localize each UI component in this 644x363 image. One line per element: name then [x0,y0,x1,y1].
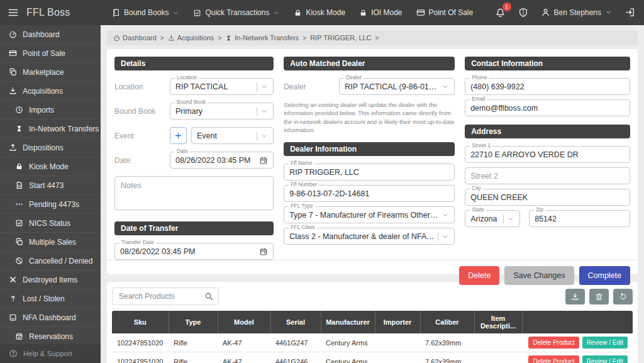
ffl-type-select[interactable]: FFL Type Type 7 - Manufacturer of Firear… [284,206,455,223]
breadcrumb-dashboard[interactable]: Dashboard [113,34,157,42]
sidebar-item-destroyed-items[interactable]: Destroyed Items [0,271,101,289]
sidebar-item-in-network-transfers[interactable]: In-Network Transfers [0,120,101,138]
bound-book-select[interactable]: Bound Book Primary [170,103,274,120]
delete-button[interactable]: Delete [459,266,499,285]
sidebar-item-dashboard[interactable]: Dashboard [0,25,101,44]
sidebar-item-kiosk-mode[interactable]: Kiosk Mode [0,157,101,176]
book-icon [112,9,120,17]
bound-book-row-label: Bound Book [114,107,170,116]
ban-icon [15,257,23,265]
dealer-row-label: Dealer [284,82,339,91]
delete-product-button[interactable]: Delete Product [528,337,579,349]
sidebar-item-imports[interactable]: Imports [0,101,101,120]
complete-button[interactable]: Complete [579,266,631,285]
review-edit-button[interactable]: Review / Edit [582,337,628,349]
hourglass-icon [15,125,23,133]
date-input[interactable]: Date 08/26/2022 03:45 PM [170,152,274,169]
save-changes-button[interactable]: Save Changes [504,266,574,285]
chevron-down-icon [441,211,449,219]
table-row: 102247851020 Rifle AK-47 4461G247 Centur… [112,333,633,352]
transfer-date-input[interactable]: Transfer Date 08/26/2022 03:45 PM [114,243,274,260]
breadcrumb-rip-trigger[interactable]: RIP TRIGGER, LLC [310,34,371,42]
col-serial: Serial [270,311,321,333]
sidebar-item-dispositions[interactable]: Dispositions [0,138,101,157]
nav-item-point-of-sale[interactable]: Point Of Sale [416,8,474,17]
event-select[interactable]: Event [191,127,274,144]
chevron-down-icon [441,233,449,240]
notifications-button[interactable]: 1 [495,7,506,18]
col-actions [522,311,633,333]
refresh-products-button[interactable] [613,289,633,304]
upload-icon [9,143,17,152]
ffl-class-select[interactable]: FFL Class Class 2 - Manufacturer & deale… [284,228,455,245]
sidebar-item-acquisitions[interactable]: Acquisitions [0,82,101,101]
clock-icon [15,106,23,114]
chevron-down-icon [172,9,179,16]
nav-item-ioi-mode[interactable]: IOI Mode [359,8,402,17]
sidebar-item-point-of-sale[interactable]: Point of Sale [0,44,101,63]
download-icon [9,87,17,95]
breadcrumb-separator: > [375,35,379,42]
sidebar-item-lost-stolen[interactable]: Lost / Stolen [0,289,101,308]
help-circle-icon [9,349,18,358]
chevron-down-icon [273,9,280,16]
address-panel-header: Address [465,125,630,138]
user-menu[interactable]: Ben Stephens [541,8,612,17]
calendar-icon[interactable] [259,156,268,165]
checkbox-icon [193,9,201,17]
delete-product-button[interactable]: Delete Product [528,355,579,363]
sidebar-item-cancelled-denied[interactable]: Cancelled / Denied [0,252,101,271]
search-icon [204,292,213,301]
export-products-button[interactable] [565,289,585,304]
chevron-down-icon [441,83,449,91]
search-products-input[interactable] [112,288,219,305]
credit-card-icon [416,8,425,17]
ffl-number-input[interactable]: Ffl Number 9-86-013-07-2D-14681 [284,185,455,202]
notes-textarea[interactable] [114,176,274,210]
sidebar-item-nfa-dashboard[interactable]: NFA Dashboard [0,308,101,327]
sidebar-item-pending-4473s[interactable]: Pending 4473s [0,195,101,214]
breadcrumb-acquisitions[interactable]: Acquisitions [168,34,214,42]
dealer-select[interactable]: Dealer RIP TACTICAL (9-86-013-07-2D-146.… [339,78,455,95]
add-event-button[interactable] [170,127,187,144]
calendar-icon[interactable] [259,247,268,256]
street2-input[interactable]: Street 2 [465,167,630,184]
checkbox-icon [15,219,23,227]
chevron-down-icon [260,108,268,115]
zip-input[interactable]: Zip 85142 [529,210,630,227]
chevron-down-icon [507,215,514,223]
street1-input[interactable]: Street 1 22710 E ARROYO VERDE DR [465,146,630,163]
state-select[interactable]: State Arizona [465,210,520,227]
sidebar-item-marketplace[interactable]: Marketplace [0,63,101,82]
shield-icon[interactable] [518,8,528,18]
logout-icon[interactable] [625,7,635,18]
download-icon [571,293,579,301]
delete-products-button[interactable] [589,289,609,304]
phone-input[interactable]: Phone (480) 639-9922 [465,78,630,95]
nav-item-kiosk-mode[interactable]: Kiosk Mode [294,8,345,17]
table-row: 102247851020 Rifle AK-47 4461G246 Centur… [112,352,633,363]
calendar-check-icon [15,332,23,340]
nav-item-bound-books[interactable]: Bound Books [112,8,179,17]
products-table: Sku Type Model Serial Manufacturer Impor… [112,311,633,363]
location-select[interactable]: Location RIP TACTICAL [170,78,274,95]
city-input[interactable]: City QUEEN CREEK [465,189,630,206]
email-input[interactable]: Email demo@fflboss.com [465,99,630,116]
copy-icon [15,238,23,246]
sidebar-item-nics-status[interactable]: NICS Status [0,214,101,233]
ffl-name-input[interactable]: Ffl Name RIP TRIGGER, LLC [284,164,455,181]
review-edit-button[interactable]: Review / Edit [582,355,628,363]
sidebar-help-support[interactable]: Help & Support [0,344,101,363]
sidebar-item-start-4473[interactable]: Start 4473 [0,176,101,195]
gauge-icon [9,30,17,38]
sidebar-item-multiple-sales[interactable]: Multiple Sales [0,233,101,252]
nav-item-quick-transactions[interactable]: Quick Transactions [193,8,280,17]
sidebar-item-reservations[interactable]: Reservations [0,327,101,344]
breadcrumb-in-network-transfers[interactable]: In-Network Transfers [225,34,299,42]
hamburger-menu-icon[interactable] [8,7,19,18]
auto-matched-dealer-panel-header: Auto Matched Dealer [284,57,455,70]
question-icon [9,294,17,303]
event-row-label: Event [114,131,170,140]
gauge-icon [113,35,120,42]
products-card: Sku Type Model Serial Manufacturer Impor… [107,282,638,363]
